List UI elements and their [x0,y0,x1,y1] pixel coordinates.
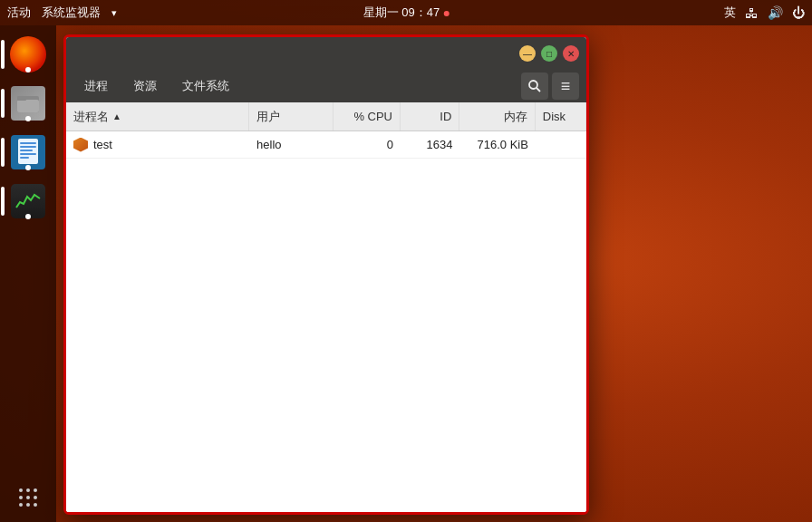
datetime-label: 星期一 09：47 [363,5,450,21]
svg-rect-5 [20,146,36,148]
svg-point-16 [26,503,30,507]
svg-rect-4 [20,142,36,144]
svg-point-15 [19,503,23,507]
menu-resource[interactable]: 资源 [122,74,168,98]
svg-line-19 [536,88,540,92]
sidebar-running-dot [25,116,31,121]
close-button[interactable]: ✕ [563,45,579,62]
app-grid-button[interactable] [11,480,45,515]
sort-arrow-name: ▲ [112,111,121,121]
menu-filesystem[interactable]: 文件系统 [171,74,240,98]
top-panel: 活动 系统监视器 ▾ 星期一 09：47 英 🖧 🔊 ⏻ [0,0,812,25]
svg-rect-6 [20,150,33,151]
svg-rect-1 [17,100,39,112]
svg-rect-8 [20,157,29,159]
sidebar-item-sysmon[interactable] [6,179,50,223]
svg-point-10 [26,488,30,492]
sidebar-item-writer[interactable] [6,130,50,174]
window-area: — □ ✕ 进程 资源 文件系统 ≡ 进程名 ▲ [56,25,812,522]
svg-rect-2 [17,96,26,101]
language-button[interactable]: 英 [724,5,736,21]
column-header-cpu[interactable]: % CPU [334,102,401,130]
menu-button[interactable]: ≡ [552,72,579,100]
window-controls: — □ ✕ [519,45,579,62]
cell-mem: 716.0 KiB [459,131,536,158]
cell-disk [536,131,586,158]
table-row[interactable]: test hello 0 1634 716.0 KiB [66,131,586,159]
sysmon-window: — □ ✕ 进程 资源 文件系统 ≡ 进程名 ▲ [63,34,589,515]
svg-rect-7 [20,153,36,155]
menu-process[interactable]: 进程 [73,74,119,98]
sidebar-running-dot [25,67,31,72]
power-icon[interactable]: ⏻ [792,5,805,20]
svg-point-9 [19,488,23,492]
cell-name: test [66,131,249,158]
sidebar-running-dot [25,214,31,219]
cell-id: 1634 [401,131,459,158]
column-header-id[interactable]: ID [401,102,459,130]
column-header-mem[interactable]: 内存 [459,102,536,130]
column-header-disk[interactable]: Disk [536,102,586,130]
sidebar-item-firefox[interactable] [6,33,50,76]
cell-user: hello [249,131,334,158]
column-header-name[interactable]: 进程名 ▲ [66,102,249,130]
sidebar-running-dot [25,165,31,170]
process-table: 进程名 ▲ 用户 % CPU ID 内存 Disk [66,102,586,512]
app-menu-arrow-icon[interactable]: ▾ [111,7,117,19]
window-menubar: 进程 资源 文件系统 ≡ [66,70,586,102]
svg-point-14 [34,496,37,499]
svg-point-17 [34,503,37,507]
column-header-user[interactable]: 用户 [249,102,334,130]
process-icon [73,138,88,152]
maximize-button[interactable]: □ [541,45,557,62]
svg-point-13 [26,496,30,499]
activities-button[interactable]: 活动 [7,5,31,21]
minimize-button[interactable]: — [519,45,536,62]
sidebar [0,25,56,522]
svg-point-12 [19,496,23,499]
network-icon[interactable]: 🖧 [745,5,759,21]
app-name-label: 系统监视器 [42,5,101,21]
table-body: test hello 0 1634 716.0 KiB [66,131,586,512]
search-button[interactable] [521,72,548,100]
cell-cpu: 0 [334,131,401,158]
sidebar-item-files[interactable] [6,82,50,125]
window-titlebar: — □ ✕ [66,37,586,70]
volume-icon[interactable]: 🔊 [768,5,783,20]
table-header: 进程名 ▲ 用户 % CPU ID 内存 Disk [66,102,586,131]
recording-dot [443,11,449,16]
svg-point-11 [34,488,37,492]
svg-point-18 [529,81,537,89]
